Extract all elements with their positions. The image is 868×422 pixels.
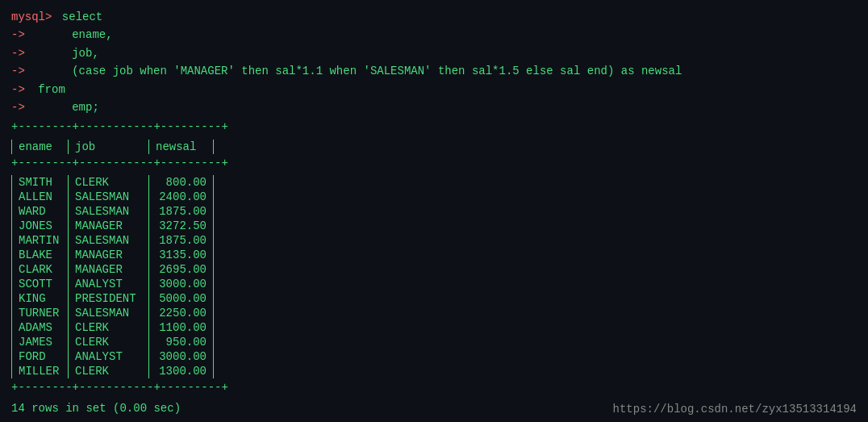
cell-newsal: 2695.00 <box>149 262 214 277</box>
code-text-2: ename, <box>31 26 113 44</box>
col-header-ename: ename <box>12 140 69 154</box>
url-link: https://blog.csdn.net/zyx13513314194 <box>613 403 857 416</box>
code-line-5: -> from <box>11 81 857 98</box>
cell-ename: ALLEN <box>12 190 69 204</box>
cell-ename: SMITH <box>12 175 69 190</box>
table-separator: +--------+-----------+---------+ <box>11 154 857 172</box>
cell-ename: MILLER <box>12 364 69 378</box>
result-table-data: SMITHCLERK 800.00ALLENSALESMAN 2400.00WA… <box>11 175 214 378</box>
code-block: mysql> select -> ename, -> job, -> (case… <box>11 8 857 116</box>
cell-ename: KING <box>12 291 69 306</box>
cell-job: SALESMAN <box>69 204 149 219</box>
cell-newsal: 3272.50 <box>149 219 214 233</box>
cell-job: CLERK <box>69 335 149 349</box>
table-row: JONESMANAGER 3272.50 <box>12 219 214 233</box>
code-text-5: from <box>31 81 65 98</box>
table-row: ADAMSCLERK 1100.00 <box>12 320 214 335</box>
table-row: ALLENSALESMAN 2400.00 <box>12 190 214 204</box>
table-row: CLARKMANAGER 2695.00 <box>12 262 214 277</box>
cell-newsal: 800.00 <box>149 175 214 190</box>
cell-job: SALESMAN <box>69 306 149 320</box>
table-row: JAMESCLERK 950.00 <box>12 335 214 349</box>
table-row: MILLERCLERK 1300.00 <box>12 364 214 378</box>
code-text-3: job, <box>31 44 99 62</box>
cell-job: MANAGER <box>69 262 149 277</box>
table-row: FORDANALYST 3000.00 <box>12 349 214 364</box>
col-header-job: job <box>69 140 149 154</box>
arrow-4: -> <box>11 62 25 80</box>
table-row: WARDSALESMAN 1875.00 <box>12 204 214 219</box>
cell-newsal: 3000.00 <box>149 277 214 291</box>
cell-job: CLERK <box>69 320 149 335</box>
cell-job: SALESMAN <box>69 190 149 204</box>
table-row: SCOTTANALYST 3000.00 <box>12 277 214 291</box>
cell-job: CLERK <box>69 364 149 378</box>
code-text-4: (case job when 'MANAGER' then sal*1.1 wh… <box>31 62 682 80</box>
code-line-6: -> emp; <box>11 98 857 116</box>
cell-ename: BLAKE <box>12 248 69 262</box>
code-line-3: -> job, <box>11 44 857 62</box>
arrow-5: -> <box>11 81 25 98</box>
cell-newsal: 1300.00 <box>149 364 214 378</box>
cell-newsal: 3135.00 <box>149 248 214 262</box>
cell-newsal: 1875.00 <box>149 204 214 219</box>
code-line-1: mysql> select <box>11 8 857 26</box>
code-line-4: -> (case job when 'MANAGER' then sal*1.1… <box>11 62 857 80</box>
cell-newsal: 1875.00 <box>149 233 214 248</box>
table-top-border: +--------+-----------+---------+ <box>11 118 857 136</box>
cell-job: MANAGER <box>69 219 149 233</box>
cell-job: CLERK <box>69 175 149 190</box>
cell-ename: CLARK <box>12 262 69 277</box>
cell-newsal: 5000.00 <box>149 291 214 306</box>
cell-ename: ADAMS <box>12 320 69 335</box>
cell-job: SALESMAN <box>69 233 149 248</box>
result-table: ename job newsal <box>11 140 214 154</box>
cell-newsal: 2400.00 <box>149 190 214 204</box>
result-table-wrapper: +--------+-----------+---------+ ename j… <box>11 118 857 396</box>
cell-newsal: 1100.00 <box>149 320 214 335</box>
table-row: KINGPRESIDENT 5000.00 <box>12 291 214 306</box>
cell-job: PRESIDENT <box>69 291 149 306</box>
cell-newsal: 950.00 <box>149 335 214 349</box>
table-row: BLAKEMANAGER 3135.00 <box>12 248 214 262</box>
table-row: TURNERSALESMAN 2250.00 <box>12 306 214 320</box>
col-header-newsal: newsal <box>149 140 214 154</box>
cell-ename: FORD <box>12 349 69 364</box>
arrow-3: -> <box>11 44 25 62</box>
table-row: MARTINSALESMAN 1875.00 <box>12 233 214 248</box>
terminal: mysql> select -> ename, -> job, -> (case… <box>0 0 868 422</box>
cell-ename: JAMES <box>12 335 69 349</box>
cell-newsal: 3000.00 <box>149 349 214 364</box>
code-text-6: emp; <box>31 98 99 116</box>
table-bottom-border: +--------+-----------+---------+ <box>11 378 857 396</box>
cell-ename: MARTIN <box>12 233 69 248</box>
mysql-prompt: mysql> <box>11 8 52 26</box>
cell-job: ANALYST <box>69 349 149 364</box>
cell-ename: JONES <box>12 219 69 233</box>
cell-ename: TURNER <box>12 306 69 320</box>
cell-job: ANALYST <box>69 277 149 291</box>
arrow-6: -> <box>11 98 25 116</box>
cell-ename: WARD <box>12 204 69 219</box>
cell-newsal: 2250.00 <box>149 306 214 320</box>
code-text-1: select <box>55 8 102 26</box>
table-row: SMITHCLERK 800.00 <box>12 175 214 190</box>
cell-job: MANAGER <box>69 248 149 262</box>
cell-ename: SCOTT <box>12 277 69 291</box>
arrow-2: -> <box>11 26 25 44</box>
table-header: ename job newsal <box>12 140 214 154</box>
code-line-2: -> ename, <box>11 26 857 44</box>
row-count: 14 rows in set (0.00 sec) <box>11 402 181 415</box>
